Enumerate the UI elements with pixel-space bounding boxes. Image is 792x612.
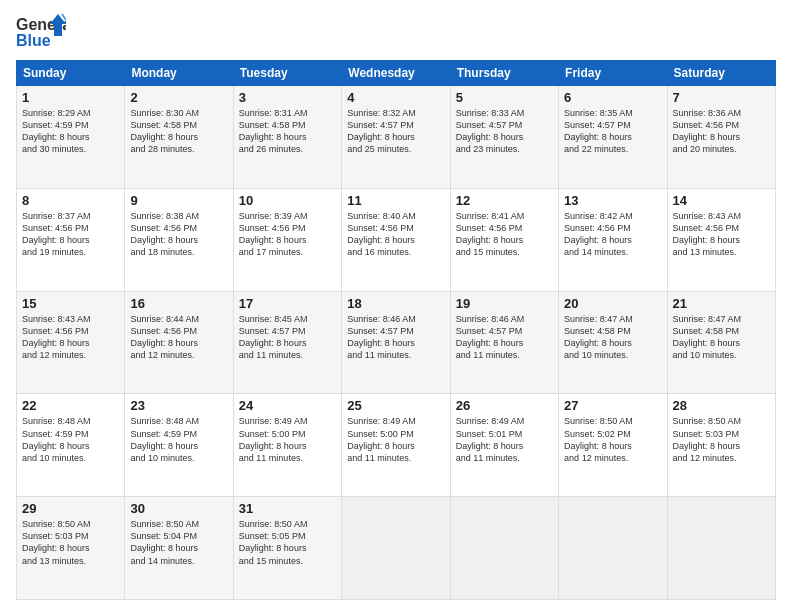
calendar-cell: 21 Sunrise: 8:47 AMSunset: 4:58 PMDaylig… <box>667 291 775 394</box>
day-number: 30 <box>130 501 227 516</box>
calendar-cell: 28 Sunrise: 8:50 AMSunset: 5:03 PMDaylig… <box>667 394 775 497</box>
cell-content: Sunrise: 8:46 AMSunset: 4:57 PMDaylight:… <box>456 314 525 360</box>
calendar-cell: 25 Sunrise: 8:49 AMSunset: 5:00 PMDaylig… <box>342 394 450 497</box>
calendar-cell: 1 Sunrise: 8:29 AMSunset: 4:59 PMDayligh… <box>17 86 125 189</box>
calendar-cell: 7 Sunrise: 8:36 AMSunset: 4:56 PMDayligh… <box>667 86 775 189</box>
calendar-cell: 30 Sunrise: 8:50 AMSunset: 5:04 PMDaylig… <box>125 497 233 600</box>
cell-content: Sunrise: 8:43 AMSunset: 4:56 PMDaylight:… <box>22 314 91 360</box>
calendar-cell: 20 Sunrise: 8:47 AMSunset: 4:58 PMDaylig… <box>559 291 667 394</box>
day-number: 9 <box>130 193 227 208</box>
cell-content: Sunrise: 8:37 AMSunset: 4:56 PMDaylight:… <box>22 211 91 257</box>
day-number: 5 <box>456 90 553 105</box>
day-number: 2 <box>130 90 227 105</box>
calendar-cell: 2 Sunrise: 8:30 AMSunset: 4:58 PMDayligh… <box>125 86 233 189</box>
calendar-cell: 18 Sunrise: 8:46 AMSunset: 4:57 PMDaylig… <box>342 291 450 394</box>
cell-content: Sunrise: 8:29 AMSunset: 4:59 PMDaylight:… <box>22 108 91 154</box>
day-number: 12 <box>456 193 553 208</box>
page: General Blue SundayMondayTuesdayWednesda… <box>0 0 792 612</box>
cell-content: Sunrise: 8:33 AMSunset: 4:57 PMDaylight:… <box>456 108 525 154</box>
day-number: 10 <box>239 193 336 208</box>
calendar-week-3: 22 Sunrise: 8:48 AMSunset: 4:59 PMDaylig… <box>17 394 776 497</box>
calendar-cell: 13 Sunrise: 8:42 AMSunset: 4:56 PMDaylig… <box>559 188 667 291</box>
calendar-cell: 6 Sunrise: 8:35 AMSunset: 4:57 PMDayligh… <box>559 86 667 189</box>
header: General Blue <box>16 12 776 52</box>
day-number: 13 <box>564 193 661 208</box>
calendar-cell: 15 Sunrise: 8:43 AMSunset: 4:56 PMDaylig… <box>17 291 125 394</box>
calendar-cell: 10 Sunrise: 8:39 AMSunset: 4:56 PMDaylig… <box>233 188 341 291</box>
calendar-table: SundayMondayTuesdayWednesdayThursdayFrid… <box>16 60 776 600</box>
cell-content: Sunrise: 8:47 AMSunset: 4:58 PMDaylight:… <box>564 314 633 360</box>
cell-content: Sunrise: 8:50 AMSunset: 5:05 PMDaylight:… <box>239 519 308 565</box>
day-number: 3 <box>239 90 336 105</box>
day-header-monday: Monday <box>125 61 233 86</box>
day-header-saturday: Saturday <box>667 61 775 86</box>
cell-content: Sunrise: 8:42 AMSunset: 4:56 PMDaylight:… <box>564 211 633 257</box>
day-number: 8 <box>22 193 119 208</box>
calendar-cell <box>450 497 558 600</box>
day-number: 25 <box>347 398 444 413</box>
day-number: 31 <box>239 501 336 516</box>
cell-content: Sunrise: 8:36 AMSunset: 4:56 PMDaylight:… <box>673 108 742 154</box>
cell-content: Sunrise: 8:44 AMSunset: 4:56 PMDaylight:… <box>130 314 199 360</box>
cell-content: Sunrise: 8:50 AMSunset: 5:03 PMDaylight:… <box>22 519 91 565</box>
day-number: 21 <box>673 296 770 311</box>
calendar-cell: 29 Sunrise: 8:50 AMSunset: 5:03 PMDaylig… <box>17 497 125 600</box>
day-number: 22 <box>22 398 119 413</box>
day-header-tuesday: Tuesday <box>233 61 341 86</box>
cell-content: Sunrise: 8:31 AMSunset: 4:58 PMDaylight:… <box>239 108 308 154</box>
day-number: 14 <box>673 193 770 208</box>
calendar-cell: 23 Sunrise: 8:48 AMSunset: 4:59 PMDaylig… <box>125 394 233 497</box>
cell-content: Sunrise: 8:38 AMSunset: 4:56 PMDaylight:… <box>130 211 199 257</box>
day-number: 26 <box>456 398 553 413</box>
calendar-week-0: 1 Sunrise: 8:29 AMSunset: 4:59 PMDayligh… <box>17 86 776 189</box>
cell-content: Sunrise: 8:46 AMSunset: 4:57 PMDaylight:… <box>347 314 416 360</box>
calendar-cell: 14 Sunrise: 8:43 AMSunset: 4:56 PMDaylig… <box>667 188 775 291</box>
day-number: 19 <box>456 296 553 311</box>
cell-content: Sunrise: 8:49 AMSunset: 5:00 PMDaylight:… <box>239 416 308 462</box>
cell-content: Sunrise: 8:35 AMSunset: 4:57 PMDaylight:… <box>564 108 633 154</box>
calendar-week-4: 29 Sunrise: 8:50 AMSunset: 5:03 PMDaylig… <box>17 497 776 600</box>
cell-content: Sunrise: 8:39 AMSunset: 4:56 PMDaylight:… <box>239 211 308 257</box>
day-number: 1 <box>22 90 119 105</box>
cell-content: Sunrise: 8:41 AMSunset: 4:56 PMDaylight:… <box>456 211 525 257</box>
calendar-cell: 26 Sunrise: 8:49 AMSunset: 5:01 PMDaylig… <box>450 394 558 497</box>
day-number: 18 <box>347 296 444 311</box>
day-header-sunday: Sunday <box>17 61 125 86</box>
day-header-friday: Friday <box>559 61 667 86</box>
cell-content: Sunrise: 8:43 AMSunset: 4:56 PMDaylight:… <box>673 211 742 257</box>
calendar-week-1: 8 Sunrise: 8:37 AMSunset: 4:56 PMDayligh… <box>17 188 776 291</box>
logo-icon: General Blue <box>16 12 66 52</box>
calendar-header-row: SundayMondayTuesdayWednesdayThursdayFrid… <box>17 61 776 86</box>
svg-text:Blue: Blue <box>16 32 51 49</box>
day-number: 4 <box>347 90 444 105</box>
day-number: 28 <box>673 398 770 413</box>
calendar-cell <box>559 497 667 600</box>
calendar-cell: 19 Sunrise: 8:46 AMSunset: 4:57 PMDaylig… <box>450 291 558 394</box>
cell-content: Sunrise: 8:30 AMSunset: 4:58 PMDaylight:… <box>130 108 199 154</box>
cell-content: Sunrise: 8:32 AMSunset: 4:57 PMDaylight:… <box>347 108 416 154</box>
cell-content: Sunrise: 8:40 AMSunset: 4:56 PMDaylight:… <box>347 211 416 257</box>
cell-content: Sunrise: 8:50 AMSunset: 5:04 PMDaylight:… <box>130 519 199 565</box>
calendar-cell <box>342 497 450 600</box>
cell-content: Sunrise: 8:50 AMSunset: 5:03 PMDaylight:… <box>673 416 742 462</box>
day-number: 23 <box>130 398 227 413</box>
day-header-thursday: Thursday <box>450 61 558 86</box>
day-number: 6 <box>564 90 661 105</box>
day-number: 29 <box>22 501 119 516</box>
day-number: 7 <box>673 90 770 105</box>
cell-content: Sunrise: 8:50 AMSunset: 5:02 PMDaylight:… <box>564 416 633 462</box>
cell-content: Sunrise: 8:47 AMSunset: 4:58 PMDaylight:… <box>673 314 742 360</box>
calendar-cell: 5 Sunrise: 8:33 AMSunset: 4:57 PMDayligh… <box>450 86 558 189</box>
day-number: 20 <box>564 296 661 311</box>
cell-content: Sunrise: 8:48 AMSunset: 4:59 PMDaylight:… <box>22 416 91 462</box>
calendar-cell: 8 Sunrise: 8:37 AMSunset: 4:56 PMDayligh… <box>17 188 125 291</box>
cell-content: Sunrise: 8:49 AMSunset: 5:01 PMDaylight:… <box>456 416 525 462</box>
day-number: 24 <box>239 398 336 413</box>
calendar-cell: 17 Sunrise: 8:45 AMSunset: 4:57 PMDaylig… <box>233 291 341 394</box>
day-number: 16 <box>130 296 227 311</box>
calendar-week-2: 15 Sunrise: 8:43 AMSunset: 4:56 PMDaylig… <box>17 291 776 394</box>
logo-area: General Blue <box>16 12 66 52</box>
calendar-cell: 4 Sunrise: 8:32 AMSunset: 4:57 PMDayligh… <box>342 86 450 189</box>
day-number: 17 <box>239 296 336 311</box>
day-number: 27 <box>564 398 661 413</box>
